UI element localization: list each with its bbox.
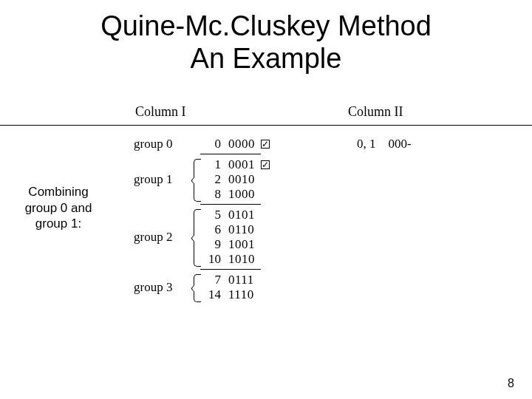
table-row: 7 0111 <box>203 273 254 287</box>
brace-icon <box>194 274 201 302</box>
table-row: 1 0001 ✓ <box>203 157 270 172</box>
column-2-row: 0, 1 000- <box>357 137 412 151</box>
title-line-1: Quine-Mc.Cluskey Method <box>100 10 432 41</box>
page-title: Quine-Mc.Cluskey Method An Example <box>0 0 532 75</box>
combined-indices: 0, 1 <box>357 137 376 151</box>
combined-binary: 000- <box>389 137 412 151</box>
title-line-2: An Example <box>191 43 342 74</box>
group-3-rows: 7 0111 14 1110 <box>203 273 254 302</box>
table-row: 14 1110 <box>203 287 254 302</box>
group-0-label: group 0 <box>134 137 172 151</box>
table-row: 10 1010 <box>203 252 261 267</box>
header-divider <box>0 125 532 126</box>
brace-icon <box>194 159 201 202</box>
table-row: 2 0010 <box>203 172 270 187</box>
check-icon: ✓ <box>261 140 270 149</box>
group-0-rows: 0 0000 ✓ <box>203 137 270 157</box>
table-row: 9 1001 <box>203 237 261 252</box>
page-number: 8 <box>508 377 514 390</box>
table-row: 8 1000 <box>203 187 270 202</box>
column-1-header: Column I <box>135 104 186 120</box>
group-1-rows: 1 0001 ✓ 2 0010 8 1000 <box>203 157 270 207</box>
group-1-label: group 1 <box>134 172 172 187</box>
group-2-rows: 5 0101 6 0110 9 1001 10 1010 <box>203 208 261 272</box>
table-row: 6 0110 <box>203 222 261 237</box>
column-2-header: Column II <box>348 104 403 120</box>
table-row: 5 0101 <box>203 208 261 222</box>
brace-icon <box>194 209 201 267</box>
combining-caption: Combining group 0 and group 1: <box>18 184 99 231</box>
group-2-label: group 2 <box>134 230 172 245</box>
check-icon: ✓ <box>261 160 270 169</box>
group-divider <box>200 154 261 154</box>
group-3-label: group 3 <box>134 280 172 295</box>
group-divider <box>200 204 261 205</box>
table-row: 0 0000 ✓ <box>203 137 270 151</box>
group-divider <box>200 269 261 270</box>
